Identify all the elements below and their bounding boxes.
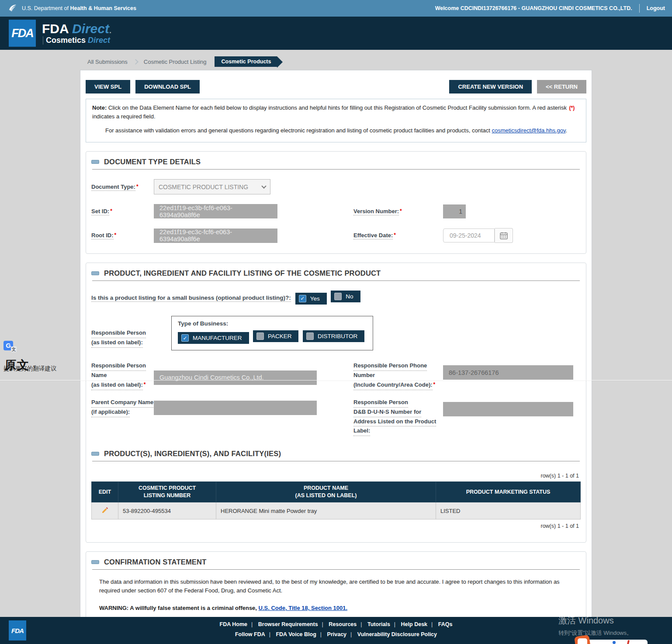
products-table: EDIT COSMETIC PRODUCTLISTING NUMBER PROD…: [91, 481, 581, 519]
breadcrumb-cosmetic-products-active[interactable]: Cosmetic Products: [215, 56, 277, 67]
government-bar: U.S. Department of Health & Human Servic…: [0, 0, 672, 17]
edit-pencil-icon[interactable]: [101, 506, 109, 515]
type-of-business-label: Type of Business:: [178, 320, 367, 327]
responsible-person-phone-field: 86-137-26766176: [443, 365, 573, 380]
app-header: FDA FDA Direct. Cosmetics Direct: [0, 17, 672, 50]
product-table-row: 53-892200-495534 HERORANGE Mini matte Po…: [92, 502, 581, 519]
marketing-status-cell: LISTED: [436, 502, 581, 519]
footer-link-tutorials[interactable]: Tutorials: [367, 621, 390, 627]
checkbox-unchecked-icon: [306, 332, 314, 340]
translate-overlay-line: [0, 380, 672, 381]
topbar-divider: [639, 4, 640, 13]
footer-link-browser-requirements[interactable]: Browser Requirements: [258, 621, 318, 627]
footer-link-privacy[interactable]: Privacy: [327, 631, 346, 637]
listing-number-cell: 53-892200-495534: [118, 502, 216, 519]
products-table-header-row: EDIT COSMETIC PRODUCTLISTING NUMBER PROD…: [92, 482, 581, 502]
responsible-person-phone-label[interactable]: Responsible Person Phone Number (Include…: [353, 362, 443, 391]
assistance-text: For assistance with validation errors an…: [92, 126, 580, 135]
footer-link-follow-fda[interactable]: Follow FDA: [235, 631, 265, 637]
breadcrumb-all-submissions[interactable]: All Submissions: [83, 59, 132, 65]
collapse-icon[interactable]: [91, 271, 99, 275]
parent-company-name-field: [154, 401, 317, 415]
responsible-person-duns-label[interactable]: Responsible Person D&B D-U-N-S Number fo…: [353, 398, 443, 436]
windows-activation-watermark: 激活 Windows 转到“设置”以激活 Windows。: [558, 615, 632, 637]
return-button[interactable]: << RETURN: [537, 80, 586, 93]
manufacturer-checkbox[interactable]: ✓MANUFACTURER: [178, 332, 249, 344]
root-id-field: 22ed1f19-ec3c-fcf6-e063-6394a90a8f6e: [154, 229, 277, 243]
rows-count-bottom: row(s) 1 - 1 of 1: [93, 523, 579, 529]
marketing-status-column-header: PRODUCT MARKETING STATUS: [436, 482, 581, 502]
edit-column-header: EDIT: [92, 482, 118, 502]
app-wordmark: FDA Direct. Cosmetics Direct: [42, 22, 111, 45]
document-type-label[interactable]: Document Type:*: [91, 183, 154, 191]
view-spl-button[interactable]: VIEW SPL: [86, 80, 130, 93]
effective-date-calendar-button[interactable]: [495, 228, 513, 243]
responsible-person-duns-field: [443, 402, 573, 416]
warning-text: WARNING: A willfully false statement is …: [91, 605, 581, 611]
footer-link-help-desk[interactable]: Help Desk: [401, 621, 427, 627]
parent-company-name-label[interactable]: Parent Company Name (if applicable):: [91, 398, 154, 418]
product-name-cell: HERORANGE Mini matte Powder tray: [216, 502, 436, 519]
fda-logo: FDA: [9, 20, 36, 47]
breadcrumb-chevron-icon: [133, 59, 139, 65]
hhs-eagle-icon: [7, 3, 17, 14]
note-text: Note: Click on the Data Element Name for…: [92, 104, 580, 121]
footer-link-faqs[interactable]: FAQs: [438, 621, 453, 627]
note-box: Note: Click on the Data Element Name for…: [86, 99, 586, 142]
root-id-label[interactable]: Root ID:*: [91, 232, 154, 240]
effective-date-label[interactable]: Effective Date:*: [353, 232, 443, 240]
listing-number-column-header: COSMETIC PRODUCTLISTING NUMBER: [118, 482, 216, 502]
section-title: CONFIRMATION STATEMENT: [104, 558, 206, 566]
footer-link-fda-home[interactable]: FDA Home: [220, 621, 247, 627]
small-business-no-checkbox[interactable]: No: [331, 291, 360, 302]
us-code-link[interactable]: U.S. Code, Title 18, Section 1001.: [259, 605, 348, 611]
checkbox-unchecked-icon: [334, 293, 342, 300]
section-document-type-details: DOCUMENT TYPE DETAILS Document Type:* CO…: [86, 151, 586, 254]
footer-link-resources[interactable]: Resources: [329, 621, 357, 627]
rows-count-top: row(s) 1 - 1 of 1: [93, 473, 579, 479]
logout-button[interactable]: Logout: [647, 5, 665, 11]
welcome-text: Welcome CDCINDI13726766176 - GUANGZHOU C…: [435, 5, 632, 11]
distributor-checkbox[interactable]: DISTRIBUTOR: [303, 330, 364, 342]
document-type-select[interactable]: COSMETIC PRODUCT LISTING: [154, 179, 270, 194]
small-business-label[interactable]: Is this a product listing for a small bu…: [91, 294, 291, 301]
section-title: PRODUCT, INGREDIENT AND FACILITY LISTING…: [104, 269, 381, 277]
breadcrumb: All Submissions Cosmetic Product Listing…: [83, 56, 672, 67]
small-business-yes-checkbox[interactable]: ✓Yes: [295, 293, 327, 305]
checkbox-checked-icon: ✓: [299, 295, 306, 302]
download-spl-button[interactable]: DOWNLOAD SPL: [135, 80, 200, 93]
footer-link-vulnerability-disclosure[interactable]: Vulnerability Disclosure Policy: [357, 631, 437, 637]
main-content-card: VIEW SPL DOWNLOAD SPL CREATE NEW VERSION…: [80, 70, 592, 644]
confirmation-text: The data and information in this submiss…: [91, 578, 581, 595]
footer-link-fda-voice-blog[interactable]: FDA Voice Blog: [276, 631, 316, 637]
collapse-icon[interactable]: [91, 560, 99, 564]
department-title: U.S. Department of Health & Human Servic…: [22, 5, 136, 11]
type-of-business-group: Type of Business: ✓MANUFACTURER PACKER D…: [171, 316, 373, 351]
cosmeticsdirect-email-link[interactable]: cosmeticsdirect@fda.hhs.gov: [492, 127, 565, 134]
subsection-title: PRODUCT(S), INGREDIENT(S), AND FACILITY(…: [104, 450, 281, 458]
translate-original-text: 原文: [4, 357, 30, 373]
responsible-person-name-label[interactable]: Responsible Person Name (as listed on la…: [91, 362, 154, 391]
section-title: DOCUMENT TYPE DETAILS: [104, 158, 201, 166]
checkbox-checked-icon: ✓: [181, 334, 189, 342]
toolbar: VIEW SPL DOWNLOAD SPL CREATE NEW VERSION…: [86, 80, 586, 93]
section-product-ingredient-facility: PRODUCT, INGREDIENT AND FACILITY LISTING…: [86, 263, 586, 543]
edit-cell: [92, 502, 118, 519]
responsible-person-name-field: Guangzhou Cindi Cosmetics Co.,Ltd.: [154, 370, 317, 385]
version-number-label[interactable]: Version Number:*: [353, 208, 443, 216]
packer-checkbox[interactable]: PACKER: [253, 330, 299, 342]
breadcrumb-cosmetic-product-listing[interactable]: Cosmetic Product Listing: [139, 59, 211, 65]
create-new-version-button[interactable]: CREATE NEW VERSION: [449, 80, 532, 93]
collapse-icon[interactable]: [91, 452, 99, 456]
effective-date-input[interactable]: 09-25-2024: [443, 229, 495, 242]
checkbox-unchecked-icon: [256, 332, 264, 340]
collapse-icon[interactable]: [91, 160, 99, 164]
google-translate-icon[interactable]: G文: [3, 341, 13, 350]
responsible-person-label[interactable]: Responsible Person (as listed on label):: [91, 316, 154, 348]
set-id-field: 22ed1f19-ec3b-fcf6-e063-6394a90a8f6e: [154, 204, 277, 218]
chevron-down-icon: [261, 184, 266, 188]
set-id-label[interactable]: Set ID:*: [91, 208, 154, 216]
version-number-field: 1: [443, 204, 466, 218]
product-name-column-header: PRODUCT NAME(AS LISTED ON LABEL): [216, 482, 436, 502]
